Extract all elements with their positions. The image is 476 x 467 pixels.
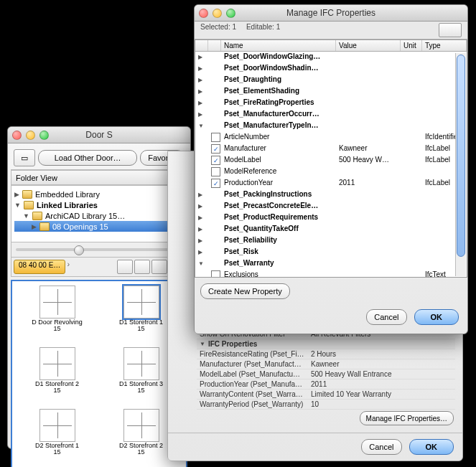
- manage-ifc-dialog: Manage IFC Properties Selected: 1 Editab…: [194, 4, 468, 334]
- thumbnail-pane[interactable]: D Door Revolving15D1 Storefront 115D1 St…: [11, 280, 187, 467]
- tree-size-slider[interactable]: [11, 242, 187, 258]
- breadcrumb[interactable]: 08 40 00 E…: [14, 260, 65, 274]
- pset-header-row[interactable]: ▶Pset_DoorWindowShadin…: [195, 63, 467, 75]
- selected-count: Selected: 1: [200, 23, 236, 31]
- slider-thumb[interactable]: [74, 245, 84, 255]
- window-controls: [12, 131, 49, 140]
- checkbox[interactable]: [211, 133, 220, 142]
- folder-view-label: Folder View: [16, 174, 57, 182]
- checkbox[interactable]: [211, 270, 220, 278]
- pset-header-row[interactable]: ▶Pset_PackingInstructions: [195, 189, 467, 201]
- pset-header-row[interactable]: ▶Pset_ElementShading: [195, 86, 467, 98]
- zoom-icon[interactable]: [226, 9, 235, 18]
- manage-ifc-button[interactable]: Manage IFC Properties…: [360, 411, 454, 425]
- ok-button[interactable]: OK: [409, 439, 454, 455]
- tree-item[interactable]: ▶Embedded Library: [14, 189, 184, 199]
- pset-header-row[interactable]: ▼Pset_ManufacturerTypeIn…: [195, 121, 467, 132]
- checkbox[interactable]: [211, 167, 220, 176]
- cancel-button[interactable]: Cancel: [361, 439, 401, 455]
- cancel-button[interactable]: Cancel: [366, 309, 406, 325]
- property-row[interactable]: ArticleNumberIfcIdentifier: [195, 132, 467, 143]
- thumbnail[interactable]: D Door Revolving15: [17, 286, 98, 344]
- load-other-button[interactable]: Load Other Door…: [38, 150, 137, 166]
- thumbnail[interactable]: D2 Storefront 115: [17, 409, 98, 467]
- folder-view-header[interactable]: Folder View ▾: [11, 170, 187, 185]
- scroll-thumb[interactable]: [457, 55, 465, 257]
- zoom-icon[interactable]: [39, 131, 49, 140]
- column-header[interactable]: [195, 40, 208, 51]
- close-icon[interactable]: [12, 131, 22, 140]
- checkbox[interactable]: [211, 144, 220, 154]
- tree-item[interactable]: ▼ArchiCAD Library 15…: [14, 210, 184, 221]
- view-icon-3[interactable]: [151, 260, 167, 274]
- library-titlebar[interactable]: Door S: [8, 127, 190, 143]
- pset-header-row[interactable]: ▶Pset_Draughting: [195, 75, 467, 86]
- property-row[interactable]: ExclusionsIfcText: [195, 270, 467, 278]
- checkbox[interactable]: [211, 156, 220, 165]
- column-header[interactable]: [208, 40, 221, 51]
- pset-header-row[interactable]: ▶Pset_ManufacturerOccurr…: [195, 109, 467, 121]
- property-row[interactable]: ProductionYear2011IfcLabel: [195, 178, 467, 189]
- chevron-right-icon: ›: [67, 260, 70, 274]
- table-header: NameValueUnitType: [195, 40, 467, 52]
- dialog-titlebar[interactable]: Manage IFC Properties: [195, 5, 467, 22]
- pset-header-row[interactable]: ▶Pset_PrecastConcreteEle…: [195, 201, 467, 212]
- column-header[interactable]: Unit: [401, 40, 422, 51]
- view-icon-1[interactable]: [117, 260, 133, 274]
- ifc-section-header[interactable]: ▼ IFC Properties: [197, 339, 455, 349]
- dialog-title: Manage IFC Properties: [195, 8, 467, 18]
- property-row[interactable]: ManufacturerKawneerIfcLabel: [195, 143, 467, 155]
- pset-header-row[interactable]: ▶Pset_FireRatingProperties: [195, 98, 467, 109]
- column-header[interactable]: Type: [422, 40, 467, 51]
- tree-item[interactable]: ▶08 Openings 15: [14, 221, 184, 232]
- minimize-icon[interactable]: [26, 131, 35, 140]
- property-row[interactable]: ModelLabel500 Heavy W…IfcLabel: [195, 155, 467, 166]
- column-header[interactable]: Value: [336, 40, 401, 51]
- create-property-button[interactable]: Create New Property: [200, 283, 290, 299]
- column-header[interactable]: Name: [221, 40, 336, 51]
- close-icon[interactable]: [199, 9, 208, 18]
- scrollbar[interactable]: [455, 53, 466, 276]
- thumbnail[interactable]: D1 Storefront 215: [17, 347, 98, 406]
- tree-item[interactable]: ▼Linked Libraries: [14, 199, 184, 210]
- pset-header-row[interactable]: ▶Pset_Risk: [195, 247, 467, 258]
- pset-header-row[interactable]: ▼Pset_Warranty: [195, 258, 467, 270]
- pset-header-row[interactable]: ▶Pset_ProductRequirements: [195, 212, 467, 224]
- pset-header-row[interactable]: ▶Pset_QuantityTakeOff: [195, 224, 467, 235]
- ok-button[interactable]: OK: [414, 309, 459, 325]
- window-controls: [199, 9, 235, 18]
- view-icon-2[interactable]: [134, 260, 150, 274]
- library-tree[interactable]: ▶Embedded Library▼Linked Libraries▼Archi…: [11, 185, 187, 242]
- view-toggle-icon[interactable]: [439, 23, 462, 37]
- view-mode-icon[interactable]: ▭: [14, 149, 35, 166]
- pset-header-row[interactable]: ▶Pset_DoorWindowGlazing…: [195, 52, 467, 63]
- editable-count: Editable: 1: [246, 23, 280, 31]
- ifc-property-table[interactable]: NameValueUnitType ▶Pset_DoorWindowGlazin…: [195, 39, 467, 278]
- property-row[interactable]: ModelReference: [195, 166, 467, 178]
- library-window: Door S ▭ Load Other Door… Favorite Folde…: [7, 126, 191, 449]
- minimize-icon[interactable]: [213, 9, 222, 18]
- checkbox[interactable]: [211, 179, 220, 188]
- pset-header-row[interactable]: ▶Pset_Reliability: [195, 235, 467, 247]
